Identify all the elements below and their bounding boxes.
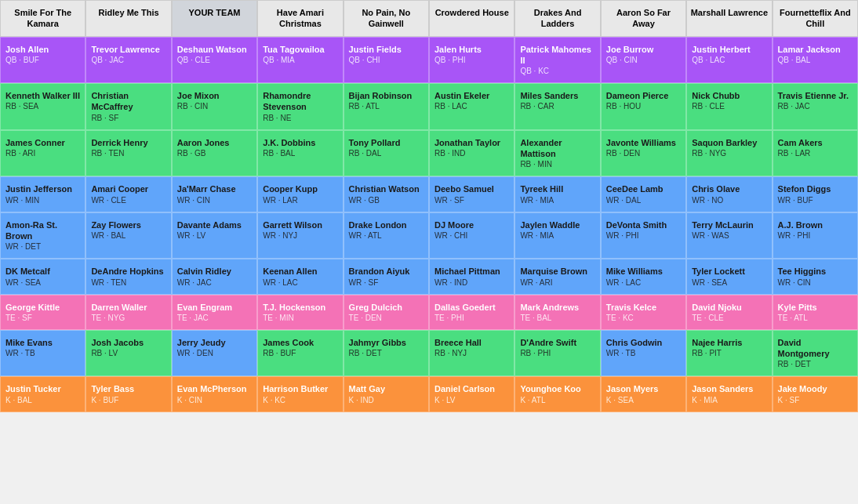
player-name: Bijan Robinson — [349, 90, 424, 101]
player-cell[interactable]: Travis Etienne Jr.RB · JAC — [773, 83, 858, 130]
player-cell[interactable]: Najee HarrisRB · PIT — [686, 330, 772, 377]
player-cell[interactable]: Marquise BrownWR · ARI — [514, 259, 600, 294]
player-name: Joe Mixon — [177, 90, 252, 101]
player-cell[interactable]: Tua TagovailoaQB · MIA — [257, 37, 343, 84]
player-name: Rhamondre Stevenson — [263, 90, 337, 113]
player-position: RB · SEA — [5, 101, 80, 111]
player-cell[interactable]: Darren WallerTE · NYG — [85, 295, 171, 330]
player-name: Justin Jefferson — [5, 183, 80, 194]
player-cell[interactable]: Brandon AiyukWR · SF — [344, 259, 429, 294]
player-cell[interactable]: Kyle PittsTE · ATL — [773, 295, 858, 330]
player-cell[interactable]: Greg DulcichTE · DEN — [344, 295, 429, 330]
player-cell[interactable]: Lamar JacksonQB · BAL — [773, 37, 858, 84]
player-cell[interactable]: Harrison ButkerK · KC — [257, 376, 343, 412]
player-cell[interactable]: DK MetcalfWR · SEA — [0, 259, 85, 294]
player-cell[interactable]: Justin FieldsQB · CHI — [344, 37, 429, 84]
player-cell[interactable]: Jaylen WaddleWR · MIA — [514, 212, 600, 259]
player-cell[interactable]: Austin EkelerRB · LAC — [429, 83, 514, 130]
player-cell[interactable]: Kenneth Walker IIIRB · SEA — [0, 83, 85, 130]
player-cell[interactable]: CeeDee LambWR · DAL — [601, 176, 686, 212]
player-cell[interactable]: Justin HerbertQB · LAC — [686, 37, 772, 84]
player-cell[interactable]: Javonte WilliamsRB · DEN — [601, 130, 686, 177]
player-cell[interactable]: Mike WilliamsWR · LAC — [601, 259, 686, 294]
player-cell[interactable]: Amari CooperWR · CLE — [85, 176, 171, 212]
player-cell[interactable]: Dallas GoedertTE · PHI — [429, 295, 514, 330]
player-cell[interactable]: Miles SandersRB · CAR — [514, 83, 600, 130]
player-cell[interactable]: Christian WatsonWR · GB — [344, 176, 429, 212]
player-cell[interactable]: Jason SandersK · MIA — [686, 376, 772, 412]
player-name: Jalen Hurts — [434, 44, 509, 55]
player-position: K · IND — [349, 395, 424, 405]
player-cell[interactable]: Cooper KuppWR · LAR — [257, 176, 343, 212]
player-cell[interactable]: Trevor LawrenceQB · JAC — [85, 37, 171, 84]
player-cell[interactable]: Michael PittmanWR · IND — [429, 259, 514, 294]
player-cell[interactable]: Patrick Mahomes IIQB · KC — [514, 37, 600, 84]
player-cell[interactable]: Garrett WilsonWR · NYJ — [257, 212, 343, 259]
player-cell[interactable]: Tyler LockettWR · SEA — [686, 259, 772, 294]
player-cell[interactable]: James ConnerRB · ARI — [0, 130, 85, 177]
player-cell[interactable]: Christian McCaffreyRB · SF — [85, 83, 171, 130]
player-name: Aaron Jones — [177, 137, 252, 148]
player-cell[interactable]: Alexander MattisonRB · MIN — [514, 130, 600, 177]
player-cell[interactable]: Calvin RidleyWR · JAC — [172, 259, 257, 294]
player-cell[interactable]: Breece HallRB · NYJ — [429, 330, 514, 377]
player-cell[interactable]: Daniel CarlsonK · LV — [429, 376, 514, 412]
player-cell[interactable]: Nick ChubbRB · CLE — [686, 83, 772, 130]
player-cell[interactable]: Josh AllenQB · BUF — [0, 37, 85, 84]
player-cell[interactable]: Keenan AllenWR · LAC — [257, 259, 343, 294]
player-cell[interactable]: Jahmyr GibbsRB · DET — [344, 330, 429, 377]
player-cell[interactable]: Chris GodwinWR · TB — [601, 330, 686, 377]
player-cell[interactable]: Evan McPhersonK · CIN — [172, 376, 257, 412]
player-cell[interactable]: Justin JeffersonWR · MIN — [0, 176, 85, 212]
player-cell[interactable]: Tony PollardRB · DAL — [344, 130, 429, 177]
player-cell[interactable]: Bijan RobinsonRB · ATL — [344, 83, 429, 130]
player-cell[interactable]: DeVonta SmithWR · PHI — [601, 212, 686, 259]
player-cell[interactable]: Terry McLaurinWR · WAS — [686, 212, 772, 259]
player-cell[interactable]: Zay FlowersWR · BAL — [85, 212, 171, 259]
player-cell[interactable]: Jonathan TaylorRB · IND — [429, 130, 514, 177]
player-cell[interactable]: DJ MooreWR · CHI — [429, 212, 514, 259]
player-cell[interactable]: David NjokuTE · CLE — [686, 295, 772, 330]
player-cell[interactable]: Derrick HenryRB · TEN — [85, 130, 171, 177]
player-cell[interactable]: Ja'Marr ChaseWR · CIN — [172, 176, 257, 212]
player-cell[interactable]: Travis KelceTE · KC — [601, 295, 686, 330]
player-cell[interactable]: Tyler BassK · BUF — [85, 376, 171, 412]
player-cell[interactable]: A.J. BrownWR · PHI — [773, 212, 858, 259]
player-cell[interactable]: J.K. DobbinsRB · BAL — [257, 130, 343, 177]
player-cell[interactable]: Justin TuckerK · BAL — [0, 376, 85, 412]
player-cell[interactable]: Amon-Ra St. BrownWR · DET — [0, 212, 85, 259]
player-cell[interactable]: Rhamondre StevensonRB · NE — [257, 83, 343, 130]
player-cell[interactable]: Cam AkersRB · LAR — [773, 130, 858, 177]
player-cell[interactable]: Mike EvansWR · TB — [0, 330, 85, 377]
player-cell[interactable]: Deshaun WatsonQB · CLE — [172, 37, 257, 84]
player-cell[interactable]: Joe MixonRB · CIN — [172, 83, 257, 130]
player-cell[interactable]: Stefon DiggsWR · BUF — [773, 176, 858, 212]
player-cell[interactable]: Chris OlaveWR · NO — [686, 176, 772, 212]
player-cell[interactable]: T.J. HockensonTE · MIN — [257, 295, 343, 330]
player-cell[interactable]: Josh JacobsRB · LV — [85, 330, 171, 377]
player-cell[interactable]: Dameon PierceRB · HOU — [601, 83, 686, 130]
player-cell[interactable]: Saquon BarkleyRB · NYG — [686, 130, 772, 177]
player-cell[interactable]: Jalen HurtsQB · PHI — [429, 37, 514, 84]
player-cell[interactable]: Drake LondonWR · ATL — [344, 212, 429, 259]
player-cell[interactable]: James CookRB · BUF — [257, 330, 343, 377]
player-cell[interactable]: Deebo SamuelWR · SF — [429, 176, 514, 212]
player-position: WR · SF — [349, 277, 424, 288]
player-cell[interactable]: Tee HigginsWR · CIN — [773, 259, 858, 294]
player-cell[interactable]: David MontgomeryRB · DET — [773, 330, 858, 377]
player-cell[interactable]: Aaron JonesRB · GB — [172, 130, 257, 177]
player-cell[interactable]: Evan EngramTE · JAC — [172, 295, 257, 330]
player-cell[interactable]: DeAndre HopkinsWR · TEN — [85, 259, 171, 294]
player-cell[interactable]: Joe BurrowQB · CIN — [601, 37, 686, 84]
player-cell[interactable]: Younghoe KooK · ATL — [514, 376, 600, 412]
player-cell[interactable]: Mark AndrewsTE · BAL — [514, 295, 600, 330]
player-cell[interactable]: Jason MyersK · SEA — [601, 376, 686, 412]
player-position: RB · SF — [91, 113, 165, 123]
player-cell[interactable]: Jake MoodyK · SF — [773, 376, 858, 412]
player-cell[interactable]: Davante AdamsWR · LV — [172, 212, 257, 259]
player-cell[interactable]: George KittleTE · SF — [0, 295, 85, 330]
player-cell[interactable]: Matt GayK · IND — [344, 376, 429, 412]
player-cell[interactable]: Tyreek HillWR · MIA — [514, 176, 600, 212]
player-cell[interactable]: D'Andre SwiftRB · PHI — [514, 330, 600, 377]
player-cell[interactable]: Jerry JeudyWR · DEN — [172, 330, 257, 377]
